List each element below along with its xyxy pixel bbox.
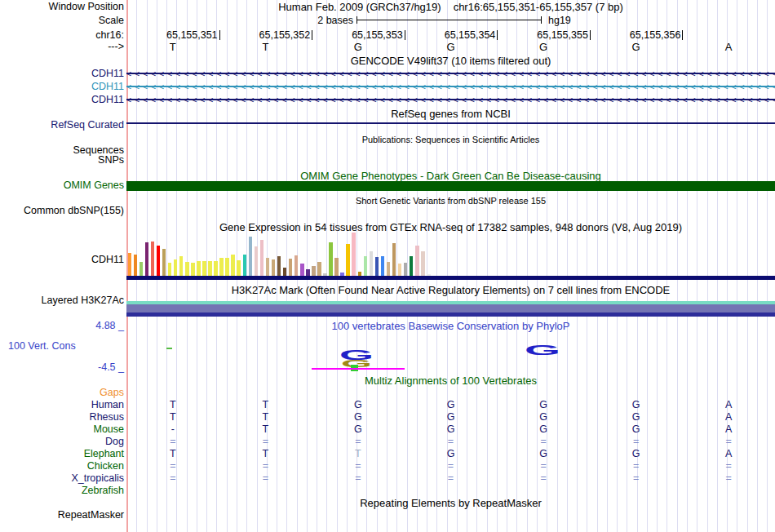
dbsnp-track-title[interactable]: Short Genetic Variants from dbSNP releas… bbox=[126, 196, 775, 206]
gtex-expression-bar[interactable] bbox=[392, 243, 396, 276]
gtex-expression-bar[interactable] bbox=[364, 256, 368, 276]
gtex-expression-bar[interactable] bbox=[255, 246, 259, 276]
gtex-expression-bar[interactable] bbox=[306, 269, 310, 276]
gtex-expression-bar[interactable] bbox=[266, 258, 270, 276]
dbsnp-label[interactable]: Common dbSNP(155) bbox=[0, 206, 124, 216]
gtex-expression-bar[interactable] bbox=[202, 261, 206, 276]
gtex-expression-bar[interactable] bbox=[140, 262, 144, 276]
gtex-expression-bar[interactable] bbox=[404, 263, 408, 276]
alignment-base: = bbox=[628, 473, 644, 484]
gtex-expression-bar[interactable] bbox=[398, 264, 402, 276]
gtex-expression-bar[interactable] bbox=[197, 261, 201, 276]
gtex-expression-bar[interactable] bbox=[272, 259, 276, 276]
species-label[interactable]: Zebrafish bbox=[0, 485, 124, 496]
species-label[interactable]: Elephant bbox=[0, 449, 124, 459]
omim-genes-label[interactable]: OMIM Genes bbox=[0, 180, 124, 191]
omim-gene-bar[interactable] bbox=[126, 181, 775, 191]
gencode-item-label[interactable]: CDH11 bbox=[0, 69, 124, 79]
gtex-expression-bar[interactable] bbox=[421, 251, 425, 276]
alignment-base: G bbox=[628, 449, 644, 459]
gtex-expression-bar[interactable] bbox=[329, 242, 333, 276]
gtex-expression-bar[interactable] bbox=[312, 266, 316, 276]
gtex-expression-bar[interactable] bbox=[191, 263, 195, 276]
alignment-base: G bbox=[350, 412, 366, 423]
gridline bbox=[476, 0, 477, 532]
gtex-expression-bar[interactable] bbox=[410, 256, 414, 276]
gtex-expression-bar[interactable] bbox=[370, 251, 374, 276]
species-label[interactable]: Rhesus bbox=[0, 412, 124, 423]
alignment-base: G bbox=[535, 400, 551, 410]
gtex-expression-bar[interactable] bbox=[294, 255, 299, 276]
species-label[interactable]: Chicken bbox=[0, 461, 124, 472]
repeatmasker-track-title[interactable]: Repeating Elements by RepeatMasker bbox=[126, 498, 775, 508]
species-label[interactable]: X_tropicalis bbox=[0, 473, 124, 484]
multiz-track-title[interactable]: Multiz Alignments of 100 Vertebrates bbox=[126, 375, 775, 386]
window-position-label: Window Position bbox=[0, 2, 124, 12]
gtex-expression-bar[interactable] bbox=[387, 262, 391, 276]
gtex-expression-bar[interactable] bbox=[214, 261, 218, 276]
gtex-expression-bar[interactable] bbox=[375, 257, 379, 276]
alignment-base: = bbox=[535, 461, 551, 472]
gtex-expression-bar[interactable] bbox=[162, 249, 166, 276]
refseq-track-title[interactable]: RefSeq genes from NCBI bbox=[126, 109, 775, 119]
gencode-track-title[interactable]: GENCODE V49lift37 (10 items filtered out… bbox=[126, 55, 775, 66]
gtex-expression-bar[interactable] bbox=[334, 258, 339, 276]
gtex-expression-bar[interactable] bbox=[168, 263, 172, 276]
gtex-expression-bar[interactable] bbox=[128, 253, 132, 276]
alignment-base: = bbox=[257, 473, 273, 484]
gtex-expression-bar[interactable] bbox=[151, 242, 155, 276]
h3k27ac-layer[interactable] bbox=[126, 304, 775, 313]
gtex-expression-bar[interactable] bbox=[300, 264, 304, 276]
ruler-base: G bbox=[628, 42, 644, 52]
h3k27ac-layer[interactable] bbox=[126, 313, 775, 317]
gtex-track-title[interactable]: Gene Expression in 54 tissues from GTEx … bbox=[126, 222, 775, 233]
gencode-item-label[interactable]: CDH11 bbox=[0, 95, 124, 105]
gencode-item-label[interactable]: CDH11 bbox=[0, 82, 124, 92]
h3k27ac-label[interactable]: Layered H3K27Ac bbox=[0, 295, 124, 306]
gridline bbox=[307, 0, 308, 532]
gtex-expression-bar[interactable] bbox=[283, 268, 287, 276]
gtex-expression-bar[interactable] bbox=[289, 259, 293, 276]
omim-track-title[interactable]: OMIM Gene Phenotypes - Dark Green Can Be… bbox=[126, 171, 775, 181]
gencode-transcript-arrows: <<<<<<<<<<<<<<<<<<<<<<<<<<<<<<<<<<<<<<<<… bbox=[126, 95, 775, 105]
refseq-curated-label[interactable]: RefSeq Curated bbox=[0, 120, 124, 131]
gaps-label[interactable]: Gaps bbox=[0, 388, 124, 398]
gtex-expression-bar[interactable] bbox=[243, 255, 247, 276]
species-label[interactable]: Mouse bbox=[0, 424, 124, 435]
gtex-expression-bar[interactable] bbox=[415, 246, 419, 276]
gtex-expression-bar[interactable] bbox=[381, 256, 385, 276]
gtex-gene-label[interactable]: CDH11 bbox=[0, 255, 124, 265]
gtex-expression-bar[interactable] bbox=[352, 233, 356, 276]
gtex-expression-bar[interactable] bbox=[179, 256, 184, 276]
snps-label[interactable]: SNPs bbox=[0, 155, 124, 166]
phylop-track-title[interactable]: 100 vertebrates Basewise Conservation by… bbox=[126, 321, 775, 331]
gtex-expression-bar[interactable] bbox=[346, 244, 350, 276]
gtex-expression-bar[interactable] bbox=[185, 262, 189, 276]
conservation-label[interactable]: 100 Vert. Cons bbox=[8, 341, 76, 352]
gtex-expression-bar[interactable] bbox=[237, 260, 241, 276]
gtex-expression-bar[interactable] bbox=[260, 240, 264, 276]
gtex-expression-bar[interactable] bbox=[249, 237, 253, 276]
strand-direction-label: ---> bbox=[0, 42, 124, 52]
gtex-expression-bar[interactable] bbox=[174, 259, 178, 276]
gtex-expression-bar[interactable] bbox=[208, 261, 212, 276]
refseq-curated-line[interactable] bbox=[126, 122, 775, 124]
gtex-expression-bar[interactable] bbox=[219, 258, 224, 276]
gtex-expression-bar[interactable] bbox=[231, 255, 235, 276]
gtex-expression-bar[interactable] bbox=[225, 258, 229, 276]
gridline bbox=[507, 0, 507, 532]
gtex-expression-bar[interactable] bbox=[134, 255, 138, 276]
h3k27ac-track-title[interactable]: H3K27Ac Mark (Often Found Near Active Re… bbox=[126, 285, 775, 295]
gridline bbox=[427, 0, 427, 532]
gtex-expression-bar[interactable] bbox=[277, 256, 281, 276]
alignment-base: T bbox=[350, 449, 366, 459]
publications-track-title[interactable]: Publications: Sequences in Scientific Ar… bbox=[126, 135, 775, 145]
species-label[interactable]: Human bbox=[0, 400, 124, 410]
repeatmasker-label[interactable]: RepeatMasker bbox=[0, 510, 124, 521]
species-label[interactable]: Dog bbox=[0, 437, 124, 447]
alignment-base: = bbox=[350, 461, 366, 472]
gtex-expression-bar[interactable] bbox=[317, 262, 321, 276]
gtex-expression-bar[interactable] bbox=[157, 246, 161, 276]
gtex-expression-bar[interactable] bbox=[145, 242, 149, 276]
chrom-label: chr16: bbox=[0, 30, 124, 41]
